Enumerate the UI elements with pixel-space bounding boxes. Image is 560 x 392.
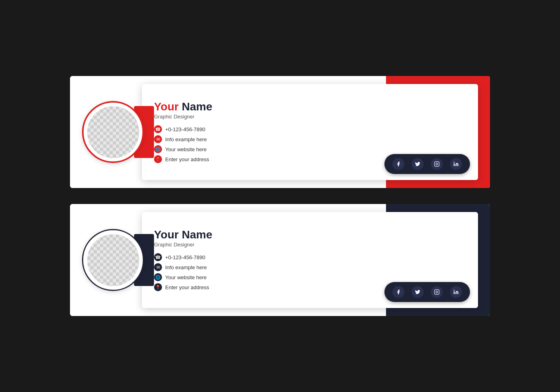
card2-phone-icon: ☎: [154, 253, 162, 261]
card2-location-icon: 📍: [154, 283, 162, 291]
card1: Your Name Graphic Designer ☎ +0-123-456-…: [70, 76, 490, 188]
card2-name-first: Your: [154, 228, 179, 241]
card2-job-title: Graphic Designer: [154, 242, 466, 248]
card2-avatar-placeholder: [87, 234, 139, 286]
card2-avatar-circle: [82, 229, 144, 291]
card1-phone-row: ☎ +0-123-456-7890: [154, 125, 466, 133]
card2-instagram-icon[interactable]: [431, 286, 443, 298]
card1-web-icon: 🌐: [154, 145, 162, 153]
svg-rect-3: [434, 290, 439, 294]
card2-website-text: Your website here: [165, 274, 207, 280]
card1-instagram-icon[interactable]: [431, 158, 443, 170]
card2-email-text: Info example here: [165, 264, 207, 270]
card2-twitter-icon[interactable]: [412, 286, 424, 298]
card2-name-last: Name: [182, 228, 212, 241]
card1-phone-text: +0-123-456-7890: [165, 126, 205, 132]
card1-name: Your Name: [154, 101, 466, 113]
svg-point-5: [454, 290, 454, 290]
card2-email-icon: ✉: [154, 263, 162, 271]
card2-web-icon: 🌐: [154, 273, 162, 281]
card1-website-text: Your website here: [165, 146, 207, 152]
card1-facebook-icon[interactable]: [392, 158, 404, 170]
card2-name: Your Name: [154, 229, 466, 241]
card1-email-icon: ✉: [154, 135, 162, 143]
card1-avatar-area: [82, 101, 144, 163]
card2-phone-text: +0-123-456-7890: [165, 254, 205, 260]
svg-point-2: [454, 162, 454, 162]
card2-wrapper: Your Name Graphic Designer ☎ +0-123-456-…: [70, 204, 490, 316]
card1-email-row: ✉ Info example here: [154, 135, 466, 143]
card1-location-icon: 📍: [154, 155, 162, 163]
card1-name-last: Name: [182, 100, 212, 113]
card1-email-text: Info example here: [165, 136, 207, 142]
svg-rect-0: [434, 162, 439, 166]
card2-social-bar: [384, 282, 470, 302]
card1-avatar-circle: [82, 101, 144, 163]
card1-linkedin-icon[interactable]: [450, 158, 462, 170]
card2-phone-row: ☎ +0-123-456-7890: [154, 253, 466, 261]
card1-website-row: 🌐 Your website here: [154, 145, 466, 153]
card2-email-row: ✉ Info example here: [154, 263, 466, 271]
card2-linkedin-icon[interactable]: [450, 286, 462, 298]
card2-website-row: 🌐 Your website here: [154, 273, 466, 281]
card1-twitter-icon[interactable]: [412, 158, 424, 170]
card1-wrapper: Your Name Graphic Designer ☎ +0-123-456-…: [70, 76, 490, 188]
card1-name-first: Your: [154, 100, 179, 113]
card1-phone-icon: ☎: [154, 125, 162, 133]
card1-job-title: Graphic Designer: [154, 114, 466, 120]
card1-avatar-placeholder: [87, 106, 139, 158]
card2-avatar-area: [82, 229, 144, 291]
card1-address-text: Enter your address: [165, 156, 209, 162]
card2: Your Name Graphic Designer ☎ +0-123-456-…: [70, 204, 490, 316]
card2-address-text: Enter your address: [165, 284, 209, 290]
card2-facebook-icon[interactable]: [392, 286, 404, 298]
card1-social-bar: [384, 154, 470, 174]
